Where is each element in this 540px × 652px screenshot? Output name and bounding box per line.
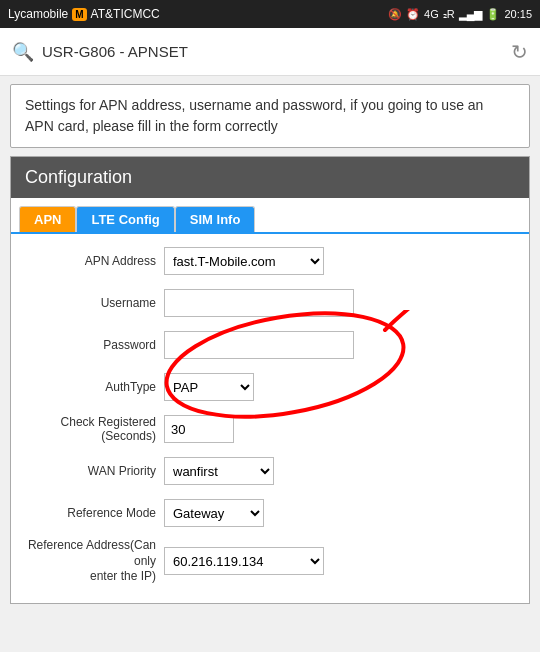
label-username: Username — [19, 296, 164, 310]
label-reference-address: Reference Address(Can onlyenter the IP) — [19, 538, 164, 585]
form-row-reference-address: Reference Address(Can onlyenter the IP) … — [19, 538, 521, 585]
status-bar: Lycamobile M AT&TICMCC 🔕 ⏰ 4G ₂R ▂▄▆ 🔋 2… — [0, 0, 540, 28]
signal-4g: 4G — [424, 8, 439, 20]
silent-icon: 🔕 — [388, 8, 402, 21]
select-reference-address[interactable]: 60.216.119.134 — [164, 547, 324, 575]
tab-sim-label: SIM Info — [190, 212, 241, 227]
clock-icon: ⏰ — [406, 8, 420, 21]
config-header: Configuration — [11, 157, 529, 198]
tabs-container: APN LTE Config SIM Info — [11, 198, 529, 234]
label-check-registered: Check Registered (Seconds) — [19, 415, 164, 443]
label-password: Password — [19, 338, 164, 352]
form-row-reference-mode: Reference Mode Gateway DNS — [19, 496, 521, 530]
carrier-name: Lycamobile — [8, 7, 68, 21]
control-reference-mode: Gateway DNS — [164, 499, 521, 527]
tab-lte-label: LTE Config — [91, 212, 159, 227]
status-left: Lycamobile M AT&TICMCC — [8, 7, 160, 21]
control-apn-address: fast.T-Mobile.com internet wholesale — [164, 247, 521, 275]
tab-lte-config[interactable]: LTE Config — [76, 206, 174, 232]
config-title: Configuration — [25, 167, 132, 187]
form-row-authtype: AuthType PAP CHAP None — [19, 370, 521, 404]
refresh-icon[interactable]: ↻ — [511, 40, 528, 64]
status-right: 🔕 ⏰ 4G ₂R ▂▄▆ 🔋 20:15 — [388, 8, 532, 21]
form-row-wan-priority: WAN Priority wanfirst wansecond — [19, 454, 521, 488]
input-username[interactable] — [164, 289, 354, 317]
control-reference-address: 60.216.119.134 — [164, 547, 521, 575]
tab-sim-info[interactable]: SIM Info — [175, 206, 256, 232]
signal-2g: ₂R — [443, 8, 455, 21]
form-row-username: Username — [19, 286, 521, 320]
label-wan-priority: WAN Priority — [19, 464, 164, 478]
network-name: AT&TICMCC — [91, 7, 160, 21]
tab-apn-label: APN — [34, 212, 61, 227]
form-row-password: Password — [19, 328, 521, 362]
tab-apn[interactable]: APN — [19, 206, 76, 232]
form-row-apn-address: APN Address fast.T-Mobile.com internet w… — [19, 244, 521, 278]
control-username — [164, 289, 521, 317]
form-body: APN Address fast.T-Mobile.com internet w… — [11, 234, 529, 603]
form-row-check-registered: Check Registered (Seconds) — [19, 412, 521, 446]
control-check-registered — [164, 415, 521, 443]
select-apn-address[interactable]: fast.T-Mobile.com internet wholesale — [164, 247, 324, 275]
info-text: Settings for APN address, username and p… — [25, 97, 483, 134]
carrier-icon: M — [72, 8, 86, 21]
select-reference-mode[interactable]: Gateway DNS — [164, 499, 264, 527]
label-authtype: AuthType — [19, 380, 164, 394]
config-section: Configuration APN LTE Config SIM Info AP… — [10, 156, 530, 604]
control-password — [164, 331, 521, 359]
input-password[interactable] — [164, 331, 354, 359]
search-icon: 🔍 — [12, 41, 34, 63]
signal-bars: ▂▄▆ — [459, 8, 483, 21]
battery-icon: 🔋 — [486, 8, 500, 21]
select-wan-priority[interactable]: wanfirst wansecond — [164, 457, 274, 485]
label-reference-mode: Reference Mode — [19, 506, 164, 520]
search-bar: 🔍 ↻ — [0, 28, 540, 76]
label-apn-address: APN Address — [19, 254, 164, 268]
search-input[interactable] — [42, 43, 503, 60]
control-authtype: PAP CHAP None — [164, 373, 521, 401]
control-wan-priority: wanfirst wansecond — [164, 457, 521, 485]
select-authtype[interactable]: PAP CHAP None — [164, 373, 254, 401]
time-display: 20:15 — [504, 8, 532, 20]
info-banner: Settings for APN address, username and p… — [10, 84, 530, 148]
input-check-registered[interactable] — [164, 415, 234, 443]
